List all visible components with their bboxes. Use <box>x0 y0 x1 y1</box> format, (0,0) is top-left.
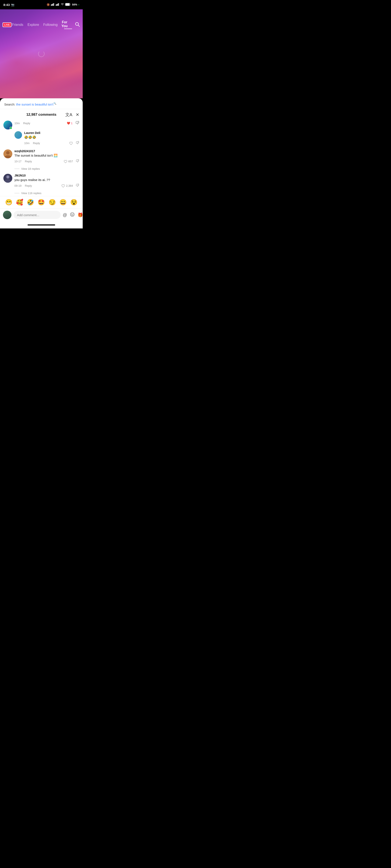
comment-jmjn: JMJN10 you guys realise its ai..?? 09-19… <box>0 172 83 190</box>
wzqh-reply-button[interactable]: Reply <box>25 160 32 163</box>
view-jmjn-replies[interactable]: View 116 replies <box>0 190 83 196</box>
view-wzqh-replies[interactable]: View 18 replies <box>0 166 83 172</box>
emoji-grin[interactable]: 😁 <box>5 199 12 206</box>
wzqh-comment-text: The sunset is beautiful isn't 🌅 <box>14 153 79 158</box>
emoji-laugh-cry[interactable]: 🤣 <box>27 199 34 206</box>
jmjn-like-button[interactable]: 2,384 <box>61 184 73 188</box>
svg-rect-5 <box>57 4 57 6</box>
nav-tabs: Friends Explore Following For You <box>11 20 74 29</box>
current-user-avatar <box>3 211 11 219</box>
lauren-comment-content: Lauren Deli 🤣🤣🤣 10m Reply <box>24 131 79 146</box>
partial-comment-time: 10m <box>14 122 20 125</box>
emoji-row: 😁 🥰 🤣 🤩 😏 😄 😵 <box>0 196 83 208</box>
partial-like-button[interactable]: ❤️ 1 <box>67 122 72 125</box>
comments-actions: 文A ✕ <box>65 112 79 118</box>
nav-search-button[interactable] <box>74 22 80 28</box>
status-bar-right: 🔕 <box>47 3 79 6</box>
at-mention-button[interactable]: @ <box>63 213 67 217</box>
lauren-comment-actions <box>69 141 79 146</box>
emoji-star-eyes[interactable]: 🤩 <box>37 199 45 206</box>
lauren-time: 10m <box>24 142 29 145</box>
jmjn-time: 09-19 <box>14 184 22 187</box>
emoji-smirk[interactable]: 😏 <box>49 199 56 206</box>
camera-icon: 📷 <box>11 3 14 6</box>
partial-comment-meta: 10m Reply ❤️ 1 <box>14 121 79 126</box>
svg-rect-0 <box>51 4 52 6</box>
partial-top-comment: 10m Reply ❤️ 1 <box>0 119 83 129</box>
video-section: LIVE Friends Explore Following For You <box>0 9 83 98</box>
close-button[interactable]: ✕ <box>76 112 79 117</box>
search-query-text[interactable]: the sunset is beautiful isn't🔍 <box>16 102 56 106</box>
svg-point-20 <box>71 214 72 214</box>
mute-icon: 🔕 <box>47 3 50 6</box>
partial-comment-actions: ❤️ 1 <box>67 121 79 126</box>
jmjn-dislike-button[interactable] <box>76 183 79 188</box>
emoji-love[interactable]: 🥰 <box>16 199 23 206</box>
svg-point-18 <box>7 176 9 178</box>
translate-button[interactable]: 文A <box>65 112 72 118</box>
wzqh-comment-meta: 10-17 Reply 657 <box>14 159 79 164</box>
wzqh-dislike-button[interactable] <box>76 159 79 164</box>
svg-point-13 <box>6 151 9 154</box>
battery-green-dot: ● <box>78 4 79 6</box>
search-query-icon: 🔍 <box>54 102 56 105</box>
partial-dislike-button[interactable] <box>75 121 79 126</box>
replies-line <box>14 193 20 193</box>
wzqh-comment-content: wzqh20241017 The sunset is beautiful isn… <box>14 149 79 164</box>
gift-button[interactable]: 🎁 <box>78 212 83 217</box>
emoji-laughing[interactable]: 😄 <box>59 199 67 206</box>
comment-input-field[interactable] <box>13 211 61 219</box>
wzqh-like-button[interactable]: 657 <box>64 160 73 163</box>
tab-explore[interactable]: Explore <box>27 22 39 28</box>
jmjn-comment-meta: 09-19 Reply 2,384 <box>14 183 79 188</box>
status-bar-left: 8:43 📷 <box>3 3 14 6</box>
jmjn-comment-content: JMJN10 you guys realise its ai..?? 09-19… <box>14 174 79 188</box>
avatar <box>14 131 22 139</box>
battery-icon <box>65 3 71 6</box>
svg-rect-7 <box>58 3 59 6</box>
search-label: Search: <box>4 102 15 106</box>
jmjn-comment-text: you guys realise its ai..?? <box>14 178 79 182</box>
live-badge[interactable]: LIVE <box>3 23 11 27</box>
input-actions: @ 🎁 <box>63 212 83 218</box>
heart-icon: ❤️ <box>67 122 70 125</box>
avatar <box>3 174 12 183</box>
jmjn-reply-button[interactable]: Reply <box>25 184 32 187</box>
partial-comment-content: 10m Reply ❤️ 1 <box>14 121 79 126</box>
svg-point-19 <box>70 213 74 216</box>
emoji-picker-button[interactable] <box>70 212 74 218</box>
svg-line-11 <box>78 25 80 27</box>
svg-rect-1 <box>52 4 52 6</box>
svg-rect-2 <box>53 4 53 6</box>
search-bar: Search: the sunset is beautiful isn't🔍 <box>0 98 83 109</box>
wzqh-comment-actions: 657 <box>64 159 79 164</box>
home-bar <box>28 224 55 225</box>
lauren-username: Lauren Deli <box>24 131 79 134</box>
active-tab-underline <box>64 29 72 29</box>
svg-rect-6 <box>57 4 58 6</box>
tab-following[interactable]: Following <box>43 22 58 28</box>
svg-rect-9 <box>65 3 70 5</box>
tab-friends[interactable]: Friends <box>11 22 24 28</box>
reply-comment-lauren: Lauren Deli 🤣🤣🤣 10m Reply <box>0 129 83 147</box>
tab-for-you-container: For You <box>61 20 74 29</box>
jmjn-comment-actions: 2,384 <box>61 183 79 188</box>
comments-header: 12,987 comments 文A ✕ <box>0 109 83 119</box>
wzqh-username: wzqh20241017 <box>14 149 79 153</box>
lauren-dislike-button[interactable] <box>76 141 79 146</box>
top-navigation: LIVE Friends Explore Following For You <box>0 19 83 31</box>
lauren-reply-button[interactable]: Reply <box>33 142 40 145</box>
partial-reply-button[interactable]: Reply <box>23 122 30 125</box>
tab-for-you[interactable]: For You <box>61 20 68 29</box>
emoji-dizzy[interactable]: 😵 <box>70 199 78 206</box>
wifi-icon <box>61 3 64 6</box>
status-bar: 8:43 📷 🔕 <box>0 0 83 9</box>
battery-percent: 84% <box>72 3 77 6</box>
lauren-comment-meta: 10m Reply <box>24 141 79 146</box>
svg-point-21 <box>73 214 73 214</box>
home-indicator <box>0 221 83 228</box>
lauren-comment-text: 🤣🤣🤣 <box>24 135 79 140</box>
jmjn-username: JMJN10 <box>14 174 79 177</box>
comments-panel: Search: the sunset is beautiful isn't🔍 1… <box>0 98 83 221</box>
lauren-like-button[interactable] <box>69 141 73 145</box>
